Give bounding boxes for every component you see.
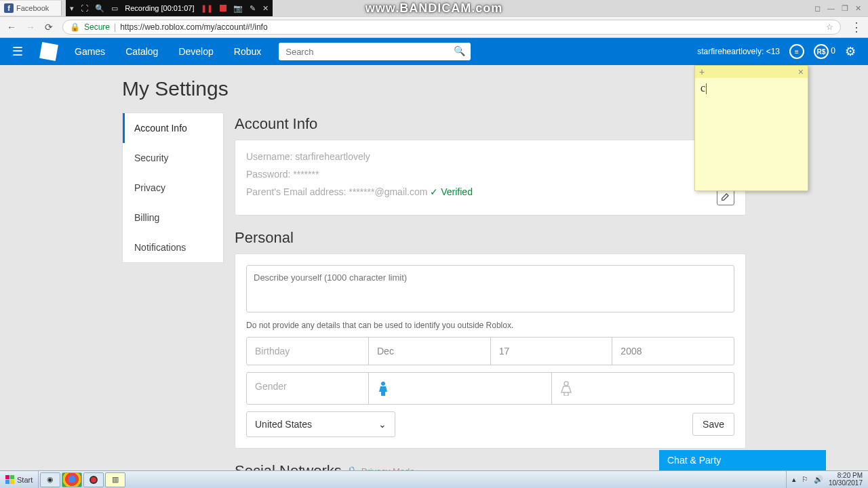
sticky-note[interactable]: + × c: [694, 65, 808, 191]
address-bar[interactable]: 🔒 Secure | https://web.roblox.com/my/acc…: [62, 20, 841, 35]
password-value: *******: [293, 169, 319, 180]
roblox-logo-icon[interactable]: [39, 42, 58, 61]
browser-back-icon[interactable]: ←: [7, 22, 16, 33]
nav-develop[interactable]: Develop: [178, 46, 213, 57]
account-info-card: Username: starfireheartlovely Password: …: [235, 140, 746, 216]
lock-icon: 🔒: [70, 22, 80, 32]
bookmark-star-icon[interactable]: ☆: [826, 22, 833, 32]
nav-robux[interactable]: Robux: [234, 46, 261, 57]
password-label: Password:: [246, 169, 290, 180]
nav-games[interactable]: Games: [75, 46, 105, 57]
personal-heading: Personal: [235, 229, 746, 247]
svg-point-1: [564, 382, 568, 386]
gender-female-button[interactable]: [552, 373, 734, 404]
tray-expand-icon[interactable]: ▴: [792, 475, 796, 484]
settings-gear-icon[interactable]: ⚙: [845, 44, 856, 59]
tab-title: Facebook: [16, 4, 49, 12]
email-verified-badge: Verified: [430, 186, 473, 197]
sidebar-item-account[interactable]: Account Info: [123, 113, 223, 143]
email-label: Parent's Email address:: [246, 186, 346, 197]
sticky-add-icon[interactable]: +: [699, 66, 705, 77]
page-title: My Settings: [122, 77, 746, 100]
robux-balance[interactable]: R$ 0: [814, 44, 835, 59]
facebook-icon: f: [4, 3, 14, 13]
gender-row: Gender: [246, 372, 734, 405]
pencil-icon: [720, 191, 731, 202]
recorder-status-text: Recording [00:01:07]: [125, 4, 194, 12]
system-clock[interactable]: 8:20 PM 10/30/2017: [829, 472, 863, 487]
recorder-fullscreen-icon[interactable]: ⛶: [81, 4, 88, 12]
sidebar-item-security[interactable]: Security: [123, 143, 223, 173]
recorder-search-icon[interactable]: 🔍: [95, 4, 104, 13]
chevron-down-icon: ⌄: [378, 419, 387, 430]
settings-side-nav: Account Info Security Privacy Billing No…: [122, 113, 224, 263]
sidebar-item-privacy[interactable]: Privacy: [123, 173, 223, 203]
window-maximize-icon[interactable]: ❐: [842, 4, 848, 13]
country-value: United States: [255, 419, 312, 430]
browser-tab-facebook[interactable]: f Facebook: [0, 1, 62, 16]
roblox-header: ☰ Games Catalog Develop Robux 🔍 starfire…: [0, 38, 868, 65]
bandicam-recorder-bar: ▾ ⛶ 🔍 ▭ Recording [00:01:07] ❚❚ 📷 ✎ ✕: [66, 0, 273, 16]
sidebar-item-billing[interactable]: Billing: [123, 203, 223, 232]
describe-hint: Do not provide any details that can be u…: [246, 321, 734, 330]
recorder-dropdown-icon[interactable]: ▾: [70, 4, 74, 13]
url-text: https://web.roblox.com/my/account#!/info: [120, 22, 267, 32]
recorder-pause-icon[interactable]: ❚❚: [201, 4, 213, 13]
recorder-rect-icon[interactable]: ▭: [111, 4, 118, 13]
window-close-icon[interactable]: ✕: [855, 4, 861, 13]
username-label: Username:: [246, 151, 292, 162]
window-user-icon[interactable]: ◻: [814, 4, 821, 13]
header-username[interactable]: starfireheartlovely: <13: [697, 47, 780, 56]
birthday-day-select[interactable]: 17: [491, 338, 613, 365]
taskbar-sticky-notes-icon[interactable]: ▥: [105, 472, 125, 487]
browser-forward-icon[interactable]: →: [26, 22, 35, 33]
svg-point-0: [381, 382, 385, 386]
recorder-stop-icon[interactable]: [220, 5, 226, 12]
male-icon: [377, 381, 389, 396]
sticky-note-text[interactable]: c: [695, 78, 808, 98]
hamburger-menu-icon[interactable]: ☰: [12, 44, 23, 59]
username-value: starfireheartlovely: [295, 151, 370, 162]
messages-icon[interactable]: ≡: [789, 44, 804, 59]
birthday-year-select[interactable]: 2008: [612, 338, 734, 365]
recorder-close-icon[interactable]: ✕: [262, 4, 269, 13]
recorder-pencil-icon[interactable]: ✎: [250, 4, 256, 13]
browser-tab-strip: f Facebook ▾ ⛶ 🔍 ▭ Recording [00:01:07] …: [0, 0, 868, 16]
tray-flag-icon[interactable]: ⚐: [802, 475, 808, 484]
female-icon: [560, 381, 572, 396]
describe-textarea[interactable]: [246, 265, 734, 312]
sticky-close-icon[interactable]: ×: [798, 66, 804, 77]
window-minimize-icon[interactable]: —: [827, 4, 835, 13]
birthday-row: Birthday Dec 17 2008: [246, 337, 734, 365]
birthday-month-select[interactable]: Dec: [369, 338, 491, 365]
save-button[interactable]: Save: [692, 413, 734, 436]
nav-catalog[interactable]: Catalog: [125, 46, 158, 57]
country-select[interactable]: United States ⌄: [246, 411, 395, 437]
taskbar-chrome-icon[interactable]: [62, 472, 82, 487]
taskbar-app-1[interactable]: ◉: [40, 472, 60, 487]
browser-menu-icon[interactable]: ⋮: [850, 20, 861, 35]
windows-taskbar: Start ◉ ▥ ▴ ⚐ 🔊 8:20 PM 10/30/2017: [0, 470, 868, 488]
recorder-camera-icon[interactable]: 📷: [233, 4, 243, 13]
browser-reload-icon[interactable]: ⟳: [45, 22, 53, 33]
account-info-heading: Account Info: [235, 115, 746, 133]
tray-volume-icon[interactable]: 🔊: [814, 475, 823, 484]
browser-toolbar: ← → ⟳ 🔒 Secure | https://web.roblox.com/…: [0, 16, 868, 38]
gender-male-button[interactable]: [369, 373, 552, 404]
personal-card: Do not provide any details that can be u…: [235, 253, 746, 449]
sidebar-item-notifications[interactable]: Notifications: [123, 232, 223, 262]
bandicam-watermark: www.BANDICAM.com: [366, 1, 502, 16]
email-value: *******@gmail.com: [349, 186, 427, 197]
gender-label: Gender: [247, 373, 369, 404]
birthday-label: Birthday: [247, 338, 369, 365]
windows-logo-icon: [5, 475, 14, 484]
secure-label: Secure: [84, 22, 110, 32]
chat-party-bar[interactable]: Chat & Party: [659, 450, 826, 470]
start-button[interactable]: Start: [0, 471, 39, 488]
taskbar-recorder-icon[interactable]: [83, 472, 104, 487]
search-input[interactable]: [279, 43, 471, 60]
